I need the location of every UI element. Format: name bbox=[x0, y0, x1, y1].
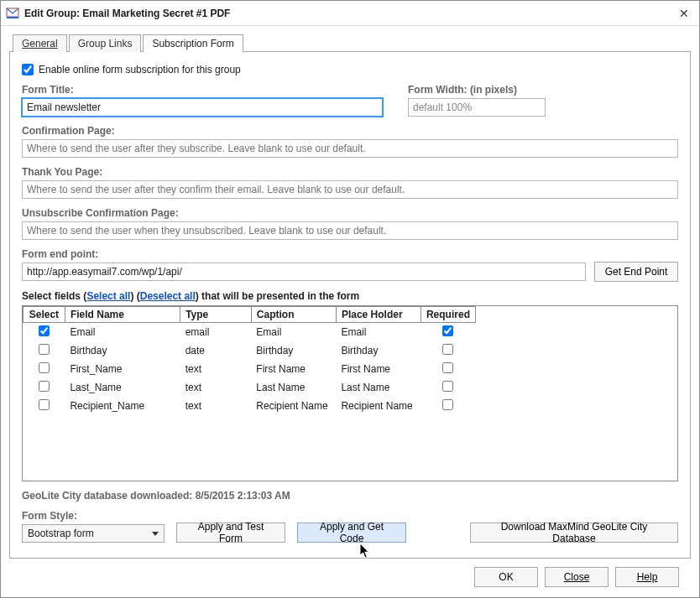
row-required-checkbox[interactable] bbox=[442, 344, 453, 355]
enable-row: Enable online form subscription for this… bbox=[22, 64, 678, 75]
endpoint-input[interactable] bbox=[22, 263, 586, 281]
col-field-name: Field Name bbox=[65, 307, 180, 323]
row-select-checkbox[interactable] bbox=[39, 325, 50, 336]
table-row: First_NametextFirst NameFirst Name bbox=[24, 360, 476, 378]
fields-table-container: Select Field Name Type Caption Place Hol… bbox=[22, 305, 678, 481]
fields-table: Select Field Name Type Caption Place Hol… bbox=[23, 306, 476, 415]
form-width-input[interactable] bbox=[408, 98, 546, 117]
row-required-checkbox[interactable] bbox=[442, 362, 453, 373]
ok-button[interactable]: OK bbox=[474, 567, 538, 587]
table-row: Recipient_NametextRecipient NameRecipien… bbox=[24, 397, 476, 415]
fields-header: Select fields (Select all) (Deselect all… bbox=[22, 290, 678, 302]
row-select-checkbox[interactable] bbox=[39, 344, 50, 355]
form-style-select[interactable]: Bootstrap form bbox=[22, 524, 165, 543]
form-title-label: Form Title: bbox=[22, 84, 383, 96]
row-required-checkbox[interactable] bbox=[442, 325, 453, 336]
tab-subscription-form[interactable]: Subscription Form bbox=[143, 34, 243, 52]
col-caption: Caption bbox=[251, 307, 336, 323]
apply-test-form-button[interactable]: Apply and Test Form bbox=[176, 523, 285, 543]
get-endpoint-button[interactable]: Get End Point bbox=[594, 262, 678, 282]
row-field-name: Email bbox=[65, 323, 180, 342]
form-width-label: Form Width: (in pixels) bbox=[408, 84, 546, 96]
table-row: BirthdaydateBirthdayBirthday bbox=[24, 341, 476, 360]
tab-general[interactable]: General bbox=[13, 34, 67, 52]
row-caption: Birthday bbox=[251, 341, 336, 360]
row-caption: Last Name bbox=[251, 378, 336, 397]
row-field-name: Recipient_Name bbox=[65, 397, 180, 415]
download-geolite-button[interactable]: Download MaxMind GeoLite City Database bbox=[470, 523, 678, 543]
row-required-checkbox[interactable] bbox=[442, 381, 453, 392]
thank-you-page-input[interactable] bbox=[22, 180, 678, 199]
unsubscribe-page-label: Unsubscribe Confirmation Page: bbox=[22, 207, 678, 219]
row-placeholder: Email bbox=[336, 323, 421, 342]
subscription-form-panel: Enable online form subscription for this… bbox=[9, 51, 691, 559]
row-field-name: First_Name bbox=[65, 360, 180, 378]
deselect-all-link[interactable]: Deselect all bbox=[140, 290, 196, 302]
form-title-input[interactable] bbox=[22, 98, 383, 117]
thank-you-page-label: Thank You Page: bbox=[22, 166, 678, 178]
col-type: Type bbox=[180, 307, 252, 323]
titlebar: Edit Group: Email Marketing Secret #1 PD… bbox=[1, 1, 699, 26]
row-type: text bbox=[180, 397, 252, 415]
select-all-link[interactable]: Select all bbox=[86, 290, 130, 302]
tab-group-links[interactable]: Group Links bbox=[69, 34, 142, 52]
dialog-footer: OK Close Help bbox=[9, 559, 691, 587]
unsubscribe-page-input[interactable] bbox=[22, 221, 678, 240]
row-caption: Email bbox=[251, 323, 336, 342]
row-placeholder: Birthday bbox=[336, 341, 421, 360]
row-type: text bbox=[180, 378, 252, 397]
enable-subscription-checkbox[interactable] bbox=[22, 64, 34, 75]
row-type: date bbox=[180, 341, 252, 360]
row-placeholder: Last Name bbox=[336, 378, 421, 397]
bottom-controls: Form Style: Bootstrap form Apply and Tes… bbox=[22, 510, 678, 543]
window-title: Edit Group: Email Marketing Secret #1 PD… bbox=[24, 8, 676, 19]
form-style-value: Bootstrap form bbox=[28, 528, 94, 539]
row-placeholder: First Name bbox=[336, 360, 421, 378]
close-icon[interactable]: ✕ bbox=[676, 6, 692, 21]
row-field-name: Last_Name bbox=[65, 378, 180, 397]
title-width-row: Form Title: Form Width: (in pixels) bbox=[22, 84, 678, 117]
col-placeholder: Place Holder bbox=[336, 307, 421, 323]
confirmation-page-label: Confirmation Page: bbox=[22, 125, 678, 137]
tabstrip: General Group Links Subscription Form bbox=[13, 31, 691, 51]
endpoint-label: Form end point: bbox=[22, 248, 586, 260]
app-icon bbox=[6, 7, 19, 20]
apply-get-code-button[interactable]: Apply and Get Code bbox=[297, 523, 406, 543]
row-type: text bbox=[180, 360, 252, 378]
row-select-checkbox[interactable] bbox=[39, 381, 50, 392]
svg-rect-1 bbox=[7, 17, 18, 18]
row-caption: First Name bbox=[251, 360, 336, 378]
row-select-checkbox[interactable] bbox=[39, 362, 50, 373]
edit-group-dialog: Edit Group: Email Marketing Secret #1 PD… bbox=[0, 0, 700, 598]
row-field-name: Birthday bbox=[65, 341, 180, 360]
confirmation-page-input[interactable] bbox=[22, 139, 678, 158]
row-placeholder: Recipient Name bbox=[336, 397, 421, 415]
row-select-checkbox[interactable] bbox=[39, 399, 50, 410]
table-row: Last_NametextLast NameLast Name bbox=[24, 378, 476, 397]
chevron-down-icon bbox=[152, 532, 159, 536]
row-required-checkbox[interactable] bbox=[442, 399, 453, 410]
col-select: Select bbox=[24, 307, 65, 323]
enable-subscription-label: Enable online form subscription for this… bbox=[39, 64, 241, 75]
row-type: email bbox=[180, 323, 252, 342]
row-caption: Recipient Name bbox=[251, 397, 336, 415]
form-style-label: Form Style: bbox=[22, 510, 165, 522]
geolite-status: GeoLite City database downloaded: 8/5/20… bbox=[22, 490, 678, 502]
help-button[interactable]: Help bbox=[615, 567, 679, 587]
col-required: Required bbox=[421, 307, 475, 323]
dialog-body: General Group Links Subscription Form En… bbox=[1, 26, 699, 597]
table-row: EmailemailEmailEmail bbox=[24, 323, 476, 342]
close-button[interactable]: Close bbox=[545, 567, 609, 587]
